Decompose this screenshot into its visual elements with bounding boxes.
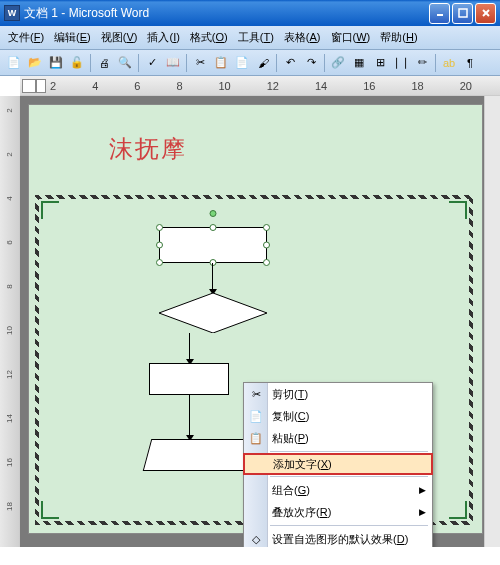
canvas-corner-br: [449, 501, 467, 519]
submenu-arrow-icon: ▶: [419, 507, 426, 517]
tab-selector[interactable]: [22, 79, 36, 93]
resize-handle-ne[interactable]: [263, 224, 270, 231]
resize-handle-se[interactable]: [263, 259, 270, 266]
separator: [435, 54, 436, 72]
close-button[interactable]: [475, 3, 496, 24]
undo-button[interactable]: ↶: [280, 53, 300, 73]
context-menu-item-p[interactable]: 📋粘贴(P): [244, 427, 432, 449]
minimize-button[interactable]: [429, 3, 450, 24]
resize-handle-s[interactable]: [210, 259, 217, 266]
context-menu-label: 组合(G): [272, 483, 310, 498]
menubar: 文件(F)编辑(E)视图(V)插入(I)格式(O)工具(T)表格(A)窗口(W)…: [0, 26, 500, 50]
canvas-corner-bl: [41, 501, 59, 519]
open-button[interactable]: 📂: [25, 53, 45, 73]
flowchart-arrow-2[interactable]: [189, 333, 190, 361]
context-menu-label: 剪切(T): [272, 387, 308, 402]
flowchart-process-shape[interactable]: [159, 227, 267, 263]
paste-button[interactable]: 📄: [232, 53, 252, 73]
menu-f[interactable]: 文件(F): [4, 28, 48, 47]
rotate-handle[interactable]: [210, 210, 217, 217]
separator: [186, 54, 187, 72]
separator: [276, 54, 277, 72]
menu-e[interactable]: 编辑(E): [50, 28, 95, 47]
context-menu-item-r[interactable]: 叠放次序(R)▶: [244, 501, 432, 523]
print-button[interactable]: 🖨: [94, 53, 114, 73]
resize-handle-w[interactable]: [156, 242, 163, 249]
drawing-button[interactable]: ✏: [412, 53, 432, 73]
spelling-button[interactable]: ✓: [142, 53, 162, 73]
watermark-text: 沫抚摩: [109, 133, 187, 165]
context-menu-separator: [270, 476, 428, 477]
menu-t[interactable]: 工具(T): [234, 28, 278, 47]
menu-o[interactable]: 格式(O): [186, 28, 232, 47]
show-formatting-button[interactable]: ¶: [460, 53, 480, 73]
separator: [324, 54, 325, 72]
resize-handle-n[interactable]: [210, 224, 217, 231]
context-menu-item-d[interactable]: ◇设置自选图形的默认效果(D): [244, 528, 432, 547]
flowchart-arrow-1[interactable]: [212, 263, 213, 291]
menu-v[interactable]: 视图(V): [97, 28, 142, 47]
window-title: 文档 1 - Microsoft Word: [24, 5, 429, 22]
window-controls: [429, 3, 496, 24]
resize-handle-sw[interactable]: [156, 259, 163, 266]
flowchart-arrow-3[interactable]: [189, 395, 190, 437]
context-menu-item-g[interactable]: 组合(G)▶: [244, 479, 432, 501]
flowchart-process-shape-2[interactable]: [149, 363, 229, 395]
menu-i[interactable]: 插入(I): [143, 28, 183, 47]
highlight-button[interactable]: ab: [439, 53, 459, 73]
insert-table-button[interactable]: ⊞: [370, 53, 390, 73]
standard-toolbar: 📄 📂 💾 🔓 🖨 🔍 ✓ 📖 ✂ 📋 📄 🖌 ↶ ↷ 🔗 ▦ ⊞ ❘❘ ✏ a…: [0, 50, 500, 76]
flowchart-data-shape[interactable]: [143, 439, 260, 471]
research-button[interactable]: 📖: [163, 53, 183, 73]
format-painter-button[interactable]: 🖌: [253, 53, 273, 73]
tables-borders-button[interactable]: ▦: [349, 53, 369, 73]
resize-handle-e[interactable]: [263, 242, 270, 249]
menu-a[interactable]: 表格(A): [280, 28, 325, 47]
context-menu: ✂剪切(T)📄复制(C)📋粘贴(P)添加文字(X)组合(G)▶叠放次序(R)▶◇…: [243, 382, 433, 547]
context-menu-label: 设置自选图形的默认效果(D): [272, 532, 408, 547]
app-icon: W: [4, 5, 20, 21]
ruler-scale: 2468101214161820: [50, 80, 472, 92]
submenu-arrow-icon: ▶: [419, 485, 426, 495]
context-menu-label: 叠放次序(R): [272, 505, 331, 520]
context-menu-item-x[interactable]: 添加文字(X): [243, 453, 433, 475]
copy-button[interactable]: 📋: [211, 53, 231, 73]
context-menu-label: 复制(C): [272, 409, 309, 424]
separator: [90, 54, 91, 72]
context-menu-item-c[interactable]: 📄复制(C): [244, 405, 432, 427]
document-area: 沫抚摩: [20, 96, 500, 547]
indent-marker[interactable]: [36, 79, 46, 93]
flowchart-decision-shape[interactable]: [159, 293, 267, 333]
maximize-button[interactable]: [452, 3, 473, 24]
canvas-corner-tr: [449, 201, 467, 219]
context-menu-separator: [270, 525, 428, 526]
scissors-icon: ✂: [247, 385, 265, 403]
print-preview-button[interactable]: 🔍: [115, 53, 135, 73]
cut-button[interactable]: ✂: [190, 53, 210, 73]
vertical-scrollbar[interactable]: [484, 96, 500, 547]
columns-button[interactable]: ❘❘: [391, 53, 411, 73]
insert-hyperlink-button[interactable]: 🔗: [328, 53, 348, 73]
canvas-corner-tl: [41, 201, 59, 219]
menu-w[interactable]: 窗口(W): [327, 28, 375, 47]
vertical-ruler[interactable]: 224681012141618: [0, 96, 20, 547]
paste-icon: 📋: [247, 429, 265, 447]
context-menu-item-t[interactable]: ✂剪切(T): [244, 383, 432, 405]
svg-rect-1: [459, 9, 467, 17]
context-menu-label: 粘贴(P): [272, 431, 309, 446]
copy-icon: 📄: [247, 407, 265, 425]
svg-marker-4: [159, 293, 267, 333]
separator: [138, 54, 139, 72]
horizontal-ruler[interactable]: 2468101214161820: [20, 76, 500, 96]
context-menu-separator: [270, 451, 428, 452]
shape-default-icon: ◇: [247, 530, 265, 547]
titlebar: W 文档 1 - Microsoft Word: [0, 0, 500, 26]
menu-h[interactable]: 帮助(H): [376, 28, 421, 47]
redo-button[interactable]: ↷: [301, 53, 321, 73]
permissions-button[interactable]: 🔓: [67, 53, 87, 73]
context-menu-label: 添加文字(X): [273, 457, 332, 472]
new-document-button[interactable]: 📄: [4, 53, 24, 73]
resize-handle-nw[interactable]: [156, 224, 163, 231]
save-button[interactable]: 💾: [46, 53, 66, 73]
